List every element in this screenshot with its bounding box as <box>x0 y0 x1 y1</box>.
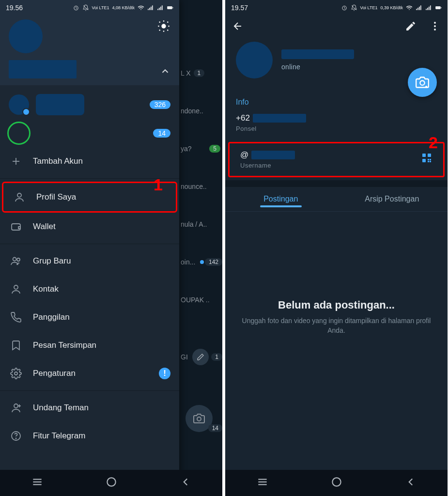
status-icons: Voi LTE1 4,08 KB/dtk <box>73 4 173 11</box>
battery-icon <box>435 4 442 11</box>
user-name-redacted <box>9 60 77 78</box>
home-button[interactable] <box>105 476 118 490</box>
chat-peek-text: ya? <box>181 145 192 153</box>
more-vertical-icon <box>429 20 441 32</box>
empty-subtitle: Unggah foto dan video yang ingin ditampi… <box>225 316 448 335</box>
menu-invite-friends[interactable]: Undang Teman <box>0 394 179 422</box>
back-button[interactable] <box>232 20 244 34</box>
contact-icon <box>10 283 22 295</box>
svg-point-38 <box>434 25 436 27</box>
account-avatar <box>9 94 29 115</box>
menu-label: Profil Saya <box>36 192 76 202</box>
svg-rect-5 <box>172 7 173 8</box>
info-section-title: Info <box>236 98 437 107</box>
chat-peek-text: GI <box>181 353 188 361</box>
menu-new-group[interactable]: Grup Baru <box>0 247 179 275</box>
mute-icon <box>351 4 357 11</box>
svg-point-27 <box>15 438 16 438</box>
phone-icon <box>10 311 22 324</box>
camera-add-icon <box>416 76 429 89</box>
change-photo-button[interactable] <box>408 68 437 97</box>
phone-prefix: +62 <box>236 113 250 123</box>
info-username-row[interactable]: @ Username <box>230 143 443 176</box>
signal-icon <box>416 4 422 11</box>
profile-avatar[interactable] <box>236 42 273 78</box>
recent-apps-button[interactable] <box>256 476 269 490</box>
account-row[interactable]: 326 <box>0 90 179 119</box>
right-screenshot: 19.57 Voi LTE1 0,39 KB/dtk <box>225 0 448 496</box>
menu-my-profile[interactable]: Profil Saya <box>2 182 177 213</box>
menu-label: Fitur Telegram <box>33 431 85 441</box>
svg-point-37 <box>434 22 436 24</box>
svg-point-6 <box>161 24 166 28</box>
menu-calls[interactable]: Panggilan <box>0 303 179 331</box>
svg-line-12 <box>167 30 168 31</box>
menu-label: Grup Baru <box>33 256 71 266</box>
profile-name-redacted <box>281 49 354 59</box>
status-time: 19.57 <box>231 4 248 12</box>
svg-point-39 <box>434 29 436 31</box>
chat-peek-text: oin... <box>181 258 195 266</box>
menu-settings[interactable]: Pengaturan ! <box>0 359 179 388</box>
alarm-icon <box>73 4 79 11</box>
collapse-accounts-button[interactable] <box>160 66 170 78</box>
svg-point-31 <box>107 478 115 486</box>
battery-icon <box>167 4 173 11</box>
alarm-icon <box>341 4 348 11</box>
svg-point-40 <box>420 81 424 85</box>
qr-code-button[interactable] <box>421 152 433 166</box>
unread-count-badge: 14 <box>153 129 170 138</box>
wallet-icon <box>10 220 22 233</box>
menu-telegram-features[interactable]: Fitur Telegram <box>0 422 179 450</box>
svg-point-20 <box>17 258 20 261</box>
user-icon <box>13 191 26 203</box>
signal-icon <box>147 4 154 11</box>
menu-saved-messages[interactable]: Pesan Tersimpan <box>0 331 179 359</box>
menu-contacts[interactable]: Kontak <box>0 275 179 303</box>
unread-badge: 1 <box>211 353 222 361</box>
more-button[interactable] <box>429 20 441 34</box>
svg-rect-47 <box>430 161 431 162</box>
chat-peek-text: ndone.. <box>181 107 203 115</box>
unread-badge: 142 <box>205 258 222 266</box>
account-row[interactable]: 14 <box>0 119 179 147</box>
chat-peek-text: L X <box>181 69 191 77</box>
tab-archive[interactable]: Arsip Postingan <box>337 187 448 211</box>
phone-redacted <box>253 114 306 123</box>
status-icons: Voi LTE1 0,39 KB/dtk <box>341 4 442 11</box>
settings-alert-badge: ! <box>159 368 170 379</box>
chat-peek-text: OUPAK .. <box>181 296 210 304</box>
plus-icon <box>10 155 22 168</box>
edit-button[interactable] <box>405 20 417 34</box>
android-nav-bar <box>225 470 448 496</box>
unread-count-badge: 326 <box>150 100 170 109</box>
empty-title: Belum ada postingan... <box>278 299 395 311</box>
recent-apps-button[interactable] <box>31 476 44 490</box>
svg-line-13 <box>167 22 168 23</box>
signal-icon <box>157 4 164 11</box>
menu-label: Undang Teman <box>33 403 89 413</box>
chevron-up-icon <box>160 66 170 77</box>
empty-state: Belum ada postingan... Unggah foto dan v… <box>225 212 448 496</box>
username-prefix: @ <box>240 150 248 160</box>
menu-label: Kontak <box>33 284 59 294</box>
user-avatar[interactable] <box>9 19 43 53</box>
arrow-left-icon <box>232 20 244 32</box>
add-account-button[interactable]: Tambah Akun <box>0 147 179 175</box>
svg-point-0 <box>200 260 204 264</box>
svg-point-53 <box>332 478 340 486</box>
wifi-icon <box>406 4 413 11</box>
theme-toggle-button[interactable] <box>157 19 170 33</box>
home-button[interactable] <box>330 476 343 490</box>
menu-wallet[interactable]: Wallet <box>0 213 179 241</box>
svg-line-11 <box>159 22 160 23</box>
profile-header: online <box>225 39 448 84</box>
back-button[interactable] <box>404 476 417 490</box>
back-button[interactable] <box>179 476 192 490</box>
svg-point-21 <box>14 285 18 289</box>
info-phone-row[interactable]: +62 Ponsel <box>236 111 437 139</box>
profile-status: online <box>281 63 354 71</box>
tab-posts[interactable]: Postingan <box>225 187 337 211</box>
svg-point-22 <box>15 372 17 375</box>
edit-icon <box>192 349 209 365</box>
